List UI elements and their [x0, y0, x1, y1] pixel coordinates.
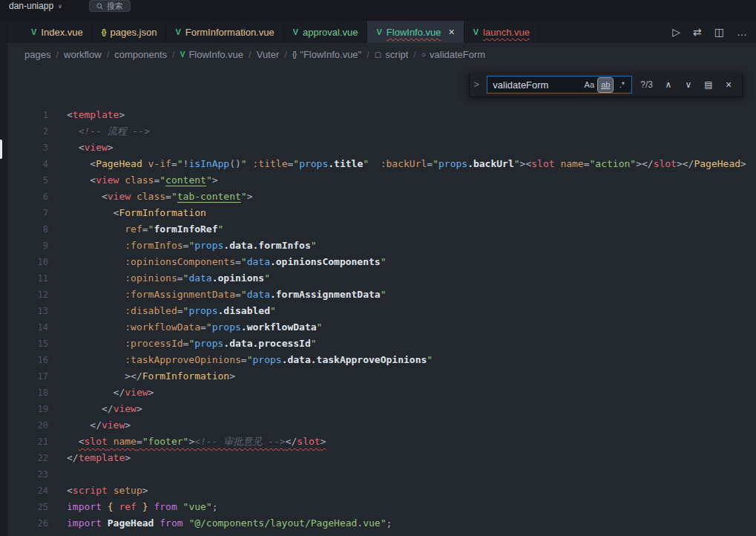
line-number: 15 [7, 336, 48, 352]
code-line[interactable]: 2 <!-- 流程 --> [7, 123, 756, 140]
code-line-content: </view> [48, 417, 131, 434]
code-line[interactable]: 1<template> [7, 107, 756, 123]
find-replace-toggle-icon[interactable]: > [471, 79, 481, 90]
tab-label: pages.json [111, 27, 157, 38]
line-number: 2 [7, 123, 48, 140]
breadcrumb-label: pages [24, 49, 50, 60]
code-line[interactable]: 13 :disabled="props.disabled" [7, 303, 756, 319]
breadcrumb-item-FlowInfo.vue[interactable]: {}"FlowInfo.vue" [292, 49, 361, 60]
code-line[interactable]: 7 <FormInformation [7, 205, 756, 221]
project-menu[interactable]: dan-uniapp ∨ [6, 0, 65, 12]
tab-label: FlowInfo.vue [387, 27, 441, 38]
code-line[interactable]: 4 <PageHead v-if="!isInApp()" :title="pr… [7, 156, 756, 172]
code-line-content: </template> [48, 450, 131, 466]
code-line[interactable]: 19 </view> [7, 401, 756, 417]
tab-approval.vue[interactable]: Vapproval.vue [284, 21, 368, 43]
code-line[interactable]: 24<script setup> [7, 483, 756, 499]
whole-word-icon[interactable]: ab [598, 78, 613, 92]
tab-launch.vue[interactable]: Vlaunch.vue [464, 21, 539, 43]
more-actions-button[interactable]: … [737, 26, 747, 38]
run-button[interactable]: ▷ [672, 26, 680, 38]
code-line[interactable]: 18 </view> [7, 385, 756, 401]
code-line-content: <view> [48, 140, 114, 156]
breadcrumb-item-pages[interactable]: pages [24, 49, 50, 60]
code-line[interactable]: 22</template> [7, 450, 756, 466]
activity-bar-edge[interactable] [0, 21, 7, 536]
previous-match-icon[interactable]: ∧ [661, 79, 676, 90]
tab-label: approval.vue [303, 27, 358, 38]
tab-FlowInfo.vue[interactable]: VFlowInfo.vue× [367, 21, 464, 43]
code-line[interactable]: 23 [7, 466, 756, 483]
code-line[interactable]: 21 <slot name="footer"><!-- 审批意见 --></sl… [7, 434, 756, 450]
find-input[interactable] [490, 79, 580, 91]
breadcrumb-item-workflow[interactable]: workflow [64, 49, 102, 60]
close-find-widget-icon[interactable]: × [721, 79, 736, 91]
code-line[interactable]: 14 :workflowData="props.workflowData" [7, 319, 756, 336]
code-line[interactable]: 10 :opinionsComponents="data.opinionsCom… [7, 254, 756, 270]
breadcrumb-label: Vuter [257, 49, 280, 60]
code-line[interactable]: 8 ref="formInfoRef" [7, 221, 756, 238]
code-line-content: </view> [48, 401, 142, 417]
tab-pages.json[interactable]: {}pages.json [93, 21, 167, 43]
titlebar-search-label: 搜索 [107, 1, 123, 12]
line-number: 17 [7, 368, 48, 385]
tab-FormInformation.vue[interactable]: VFormInformation.vue [166, 21, 283, 43]
breadcrumb-label: validateForm [430, 49, 485, 60]
code-line[interactable]: 16 :taskApproveOpinions="props.data.task… [7, 352, 756, 368]
next-match-icon[interactable]: ∨ [681, 79, 696, 90]
line-number: 18 [7, 385, 48, 401]
code-line[interactable]: 26import PageHead from "@/components/lay… [7, 515, 756, 532]
code-line[interactable]: 9 :formInfos="props.data.formInfos" [7, 238, 756, 254]
code-area: 1<template>2 <!-- 流程 -->3 <view>4 <PageH… [7, 65, 756, 532]
breadcrumb-separator: / [413, 49, 416, 60]
code-line[interactable]: 6 <view class="tab-content"> [7, 189, 756, 205]
line-number: 20 [7, 417, 48, 434]
tab-label: FormInformation.vue [185, 27, 275, 38]
breadcrumb-separator: / [172, 49, 175, 60]
code-line[interactable]: 20 </view> [7, 417, 756, 434]
line-number: 9 [7, 238, 48, 254]
breadcrumb-label: workflow [64, 49, 102, 60]
code-line[interactable]: 5 <view class="content"> [7, 172, 756, 189]
symbol-script-icon: ▢ [375, 50, 381, 59]
regex-icon[interactable]: .* [614, 78, 629, 92]
code-line[interactable]: 3 <view> [7, 140, 756, 156]
json-file-icon: {} [102, 28, 106, 36]
vue-file-icon: V [376, 27, 381, 36]
title-bar: dan-uniapp ∨ 搜索 [0, 0, 756, 21]
close-tab-icon[interactable]: × [449, 27, 455, 37]
symbol-method-icon: ○ [421, 50, 426, 59]
titlebar-search-box[interactable]: 搜索 [89, 0, 131, 12]
code-line[interactable]: 12 :formAssignmentData="data.formAssignm… [7, 287, 756, 303]
code-line-content: import PageHead from "@/components/layou… [48, 515, 392, 532]
code-line-content: :opinions="data.opinions" [48, 270, 270, 287]
tab-Index.vue[interactable]: VIndex.vue [22, 21, 93, 43]
tab-label: launch.vue [483, 27, 530, 38]
breadcrumb-label: FlowInfo.vue [188, 49, 243, 60]
vue-file-icon: V [175, 27, 180, 36]
breadcrumb-item-FlowInfo.vue[interactable]: VFlowInfo.vue [180, 49, 243, 60]
breadcrumb-item-Vuter[interactable]: Vuter [257, 49, 280, 60]
find-results-count: ?/3 [640, 79, 653, 90]
find-in-selection-icon[interactable]: ▤ [701, 79, 716, 90]
code-editor[interactable]: > Aa ab .* ?/3 ∧ ∨ ▤ × 1<template>2 <!--… [7, 65, 756, 536]
breadcrumb-label: components [114, 49, 167, 60]
breadcrumb-item-script[interactable]: ▢script [375, 49, 409, 60]
breadcrumb-separator: / [107, 49, 110, 60]
chevron-down-icon: ∨ [58, 3, 62, 10]
code-line[interactable]: 11 :opinions="data.opinions" [7, 270, 756, 287]
code-line-content: :opinionsComponents="data.opinionsCompon… [48, 254, 387, 270]
open-changes-button[interactable]: ⇄ [693, 26, 702, 38]
line-number: 13 [7, 303, 48, 319]
code-line[interactable]: 15 :processId="props.data.processId" [7, 336, 756, 352]
line-number: 23 [7, 466, 48, 483]
code-line-content: ></FormInformation> [48, 368, 235, 385]
breadcrumb-item-validateForm[interactable]: ○validateForm [421, 49, 485, 60]
split-editor-button[interactable]: ◫ [714, 26, 724, 38]
code-line-content: <template> [48, 107, 125, 123]
match-case-icon[interactable]: Aa [582, 78, 596, 92]
code-line[interactable]: 17 ></FormInformation> [7, 368, 756, 385]
main-area: VIndex.vue{}pages.jsonVFormInformation.v… [0, 21, 756, 536]
code-line[interactable]: 25import { ref } from "vue"; [7, 499, 756, 515]
breadcrumb-item-components[interactable]: components [114, 49, 167, 60]
